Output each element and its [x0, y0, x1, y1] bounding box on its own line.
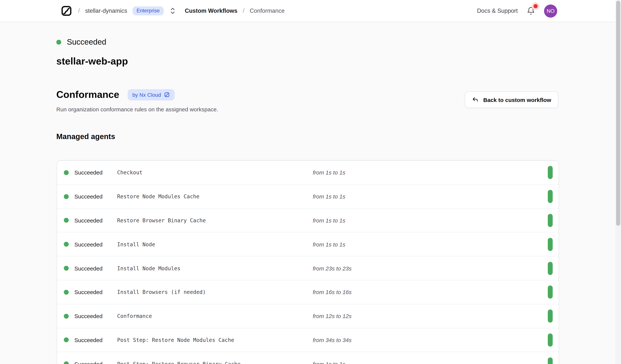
step-name: Install Node: [117, 241, 155, 247]
step-status-label: Succeeded: [74, 241, 103, 248]
agent-step-row[interactable]: Succeeded Post Step: Restore Browser Bin…: [57, 352, 559, 364]
agent-step-row[interactable]: Succeeded Post Step: Restore Node Module…: [57, 328, 559, 352]
notifications-bell-icon[interactable]: [527, 6, 535, 15]
agent-step-row[interactable]: Succeeded Conformance from 12s to 12s: [57, 304, 559, 328]
step-timing: from 34s to 34s: [313, 337, 352, 343]
step-duration-bar[interactable]: [548, 333, 552, 347]
enterprise-badge[interactable]: Enterprise: [132, 7, 164, 15]
workspace-switcher-chevrons-icon[interactable]: [170, 7, 176, 15]
top-navbar: / stellar-dynamics Enterprise Custom Wor…: [0, 0, 621, 22]
breadcrumb-org[interactable]: stellar-dynamics: [85, 7, 127, 14]
step-duration-bar[interactable]: [548, 166, 552, 179]
step-status-label: Succeeded: [74, 169, 103, 176]
step-status-label: Succeeded: [74, 265, 103, 271]
breadcrumb: / stellar-dynamics Enterprise Custom Wor…: [60, 4, 285, 17]
managed-agents-list: Succeeded Checkout from 1s to 1s Succeed…: [57, 160, 559, 364]
step-timing: from 1s to 1s: [313, 361, 345, 364]
breadcrumb-separator-2: /: [243, 7, 244, 15]
notification-badge-dot: [534, 4, 538, 8]
step-duration-bar[interactable]: [548, 286, 552, 299]
step-name: Restore Node Modules Cache: [117, 193, 199, 199]
step-success-dot-icon: [64, 266, 69, 271]
step-name: Post Step: Restore Browser Binary Cache: [117, 361, 241, 364]
step-timing: from 1s to 1s: [313, 193, 345, 200]
step-duration-bar[interactable]: [548, 262, 552, 275]
step-status-label: Succeeded: [74, 361, 103, 364]
step-duration-bar[interactable]: [548, 309, 552, 323]
workflow-section-description: Run organization conformance rules on th…: [56, 106, 218, 112]
breadcrumb-page: Conformance: [250, 7, 285, 14]
nx-cloud-badge-icon: [164, 92, 170, 97]
workflow-section-title: Conformance: [56, 89, 119, 100]
step-name: Checkout: [117, 170, 142, 176]
breadcrumb-section[interactable]: Custom Workflows: [185, 7, 238, 14]
workflow-section-header: Conformance by Nx Cloud: [56, 89, 174, 100]
agent-step-row[interactable]: Succeeded Checkout from 1s to 1s: [57, 160, 559, 184]
header-actions: Docs & Support NO: [477, 4, 557, 17]
agent-step-row[interactable]: Succeeded Restore Node Modules Cache fro…: [57, 184, 559, 208]
step-status-label: Succeeded: [74, 289, 103, 295]
step-duration-bar[interactable]: [548, 214, 552, 227]
nx-cloud-logo-icon[interactable]: [60, 4, 73, 17]
step-status-label: Succeeded: [74, 337, 103, 343]
step-name: Restore Browser Binary Cache: [117, 217, 206, 223]
step-timing: from 1s to 1s: [313, 169, 345, 176]
step-status-label: Succeeded: [74, 193, 103, 200]
step-success-dot-icon: [64, 218, 69, 223]
step-success-dot-icon: [64, 242, 69, 247]
docs-support-link[interactable]: Docs & Support: [477, 7, 518, 14]
back-button-label: Back to custom workflow: [483, 96, 551, 103]
step-timing: from 12s to 12s: [313, 313, 352, 319]
step-name: Install Browsers (if needed): [117, 289, 206, 295]
step-duration-bar[interactable]: [548, 190, 552, 203]
step-timing: from 16s to 16s: [313, 289, 352, 295]
breadcrumb-separator: /: [78, 7, 80, 15]
scrollbar-thumb[interactable]: [616, 1, 620, 226]
agent-step-row[interactable]: Succeeded Install Node from 1s to 1s: [57, 232, 559, 256]
page-scrollbar[interactable]: [615, 0, 621, 364]
agent-step-row[interactable]: Succeeded Restore Browser Binary Cache f…: [57, 208, 559, 232]
step-name: Install Node Modules: [117, 265, 180, 271]
run-title: stellar-web-app: [56, 55, 128, 67]
step-success-dot-icon: [64, 170, 69, 175]
status-success-dot-icon: [56, 40, 61, 44]
managed-agents-heading: Managed agents: [56, 132, 115, 141]
user-avatar[interactable]: NO: [544, 4, 557, 17]
step-success-dot-icon: [64, 194, 69, 199]
step-timing: from 23s to 23s: [313, 265, 352, 271]
step-success-dot-icon: [64, 290, 69, 295]
step-name: Conformance: [117, 313, 152, 319]
step-name: Post Step: Restore Node Modules Cache: [117, 337, 234, 343]
step-duration-bar[interactable]: [548, 357, 552, 364]
step-timing: from 1s to 1s: [313, 217, 345, 224]
step-success-dot-icon: [64, 314, 69, 318]
step-status-label: Succeeded: [74, 217, 103, 224]
step-status-label: Succeeded: [74, 313, 103, 319]
run-status: Succeeded: [56, 37, 106, 47]
step-success-dot-icon: [64, 362, 69, 364]
by-nx-cloud-label: by Nx Cloud: [132, 92, 161, 98]
agent-step-row[interactable]: Succeeded Install Node Modules from 23s …: [57, 256, 559, 280]
back-to-custom-workflow-button[interactable]: Back to custom workflow: [465, 92, 558, 108]
agent-step-row[interactable]: Succeeded Install Browsers (if needed) f…: [57, 280, 559, 304]
step-duration-bar[interactable]: [548, 238, 552, 251]
status-label: Succeeded: [67, 37, 106, 47]
by-nx-cloud-badge[interactable]: by Nx Cloud: [127, 89, 174, 100]
back-arrow-icon: [472, 96, 479, 103]
step-timing: from 1s to 1s: [313, 241, 345, 248]
page: / stellar-dynamics Enterprise Custom Wor…: [0, 0, 621, 364]
step-success-dot-icon: [64, 338, 69, 342]
